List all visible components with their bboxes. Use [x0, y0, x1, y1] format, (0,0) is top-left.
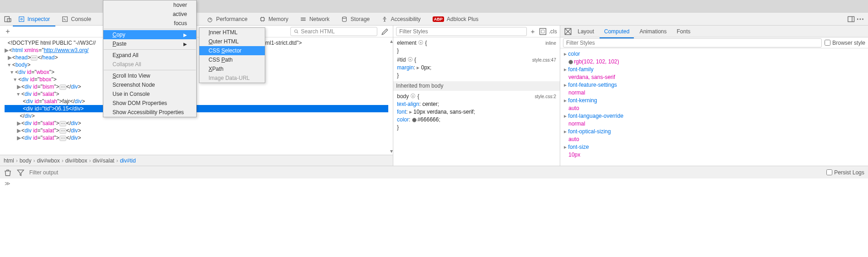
svg-rect-2 [19, 16, 24, 21]
element-selector[interactable]: element [397, 40, 417, 46]
add-element-icon[interactable]: + [4, 27, 12, 36]
font-prop[interactable]: font [397, 109, 406, 115]
pseudo-class-icon[interactable] [539, 27, 547, 36]
console-prompt[interactable]: ≫ [0, 178, 868, 189]
clear-console-icon[interactable] [4, 168, 12, 177]
filter-styles-input[interactable] [396, 27, 527, 36]
persist-logs-checkbox[interactable]: Persist Logs [826, 169, 864, 176]
computed-tab-animations[interactable]: Animations [635, 26, 671, 37]
add-rule-icon[interactable]: + [529, 27, 537, 36]
responsive-design-icon[interactable] [4, 15, 12, 23]
scroll-down-icon[interactable]: ▾ [390, 147, 393, 155]
tab-console[interactable]: Console [56, 14, 96, 24]
submenu-css-path[interactable]: CSS Path [199, 55, 265, 64]
tab-adblock-label: Adblock Plus [447, 16, 478, 22]
menu-paste[interactable]: Paste▶ [103, 39, 196, 48]
svg-rect-4 [63, 16, 68, 21]
tab-inspector[interactable]: Inspector [13, 14, 55, 24]
comp-color-swatch [568, 60, 573, 64]
color-swatch-icon[interactable] [412, 118, 417, 122]
tab-adblock[interactable]: ABP Adblock Plus [427, 14, 484, 24]
tab-storage[interactable]: Storage [336, 14, 375, 24]
crumb-bbox[interactable]: div#bbox [65, 157, 87, 164]
crumb-tid[interactable]: div#tid [120, 157, 136, 164]
layout-box-icon[interactable] [564, 27, 572, 36]
tab-performance-label: Performance [216, 16, 247, 22]
computed-filter-input[interactable] [563, 38, 822, 47]
comp-font-family[interactable]: font-family [568, 66, 593, 73]
comp-color[interactable]: color [568, 51, 580, 57]
tab-network[interactable]: Network [295, 14, 335, 24]
edit-html-icon[interactable] [381, 27, 389, 36]
svg-point-12 [862, 18, 863, 20]
tid-source[interactable]: style.css:47 [532, 56, 556, 64]
crumb-salat[interactable]: div#salat [93, 157, 114, 164]
computed-tab-fonts[interactable]: Fonts [672, 26, 695, 37]
text-align-val[interactable]: center [422, 101, 437, 107]
menu-expand-all[interactable]: Expand All [103, 51, 196, 60]
body-selector[interactable]: body [397, 93, 409, 100]
submenu-css-selector[interactable]: CSS Selector [199, 46, 265, 55]
styles-body: inlineelement ⦿ { } style.css:47#tid ⦿ {… [393, 37, 560, 166]
text-align-prop[interactable]: text-align [397, 101, 419, 107]
submenu-xpath[interactable]: XPath [199, 64, 265, 73]
inherited-from-body: Inherited from body [393, 81, 560, 91]
comp-font-lang[interactable]: font-language-override [568, 113, 623, 119]
search-icon [294, 29, 299, 34]
cls-toggle[interactable]: .cls [549, 28, 557, 35]
crumb-wbox[interactable]: div#wbox [37, 157, 60, 164]
console-filter-input[interactable] [29, 169, 822, 176]
menu-scroll-into-view[interactable]: Scroll Into View [103, 71, 196, 80]
search-placeholder: Search HTML [301, 28, 335, 35]
breadcrumb-bar: html› body› div#wbox› div#bbox› div#sala… [0, 155, 393, 166]
filter-icon[interactable] [16, 168, 25, 177]
more-menu-icon[interactable] [856, 15, 864, 23]
tab-inspector-label: Inspector [27, 16, 50, 22]
menu-copy[interactable]: Copy▶ [103, 30, 196, 39]
menu-active[interactable]: active [103, 10, 196, 19]
svg-point-7 [343, 16, 347, 18]
salat-element-4[interactable]: ▶<div id="salat">⋯</div> [5, 134, 388, 142]
color-prop[interactable]: color [397, 116, 409, 123]
dock-side-icon[interactable] [847, 15, 855, 23]
menu-show-dom[interactable]: Show DOM Properties [103, 99, 196, 108]
search-html-input[interactable]: Search HTML [290, 27, 377, 36]
crumb-body[interactable]: body [20, 157, 32, 164]
margin-prop[interactable]: margin [397, 64, 414, 71]
menu-use-in-console[interactable]: Use in Console [103, 89, 196, 99]
computed-tab-computed[interactable]: Computed [600, 26, 634, 37]
salat-element-2[interactable]: ▶<div id="salat">⋯</div> [5, 120, 388, 127]
svg-point-3 [21, 18, 22, 20]
menu-focus[interactable]: focus [103, 19, 196, 28]
svg-point-11 [860, 18, 861, 20]
svg-point-10 [857, 18, 858, 20]
submenu-outer-html[interactable]: Outer HTML [199, 37, 265, 46]
menu-hover[interactable]: hover [103, 0, 196, 10]
tab-memory[interactable]: Memory [254, 14, 294, 24]
tab-accessibility[interactable]: Accessibility [376, 14, 426, 24]
margin-val[interactable]: 0px [421, 64, 430, 71]
styles-header: + .cls [393, 26, 560, 37]
tab-performance[interactable]: Performance [201, 14, 253, 24]
browser-styles-checkbox[interactable]: Browser style [825, 40, 865, 46]
tab-accessibility-label: Accessibility [391, 16, 420, 22]
menu-screenshot[interactable]: Screenshot Node [103, 80, 196, 89]
menu-show-a11y[interactable]: Show Accessibility Properties [103, 108, 196, 117]
submenu-inner-html[interactable]: Inner HTML [199, 28, 265, 37]
salat-element-3[interactable]: ▶<div id="salat">⋯</div> [5, 127, 388, 134]
comp-font-size[interactable]: font-size [568, 144, 589, 150]
comp-font-feature[interactable]: font-feature-settings [568, 82, 617, 88]
comp-font-optical[interactable]: font-optical-sizing [568, 128, 611, 135]
computed-tab-layout[interactable]: Layout [573, 26, 599, 37]
console-toolbar: Persist Logs [0, 166, 868, 178]
scroll-up-icon[interactable]: ▴ [390, 37, 393, 45]
computed-panel: Layout Computed Animations Fonts Browser… [560, 26, 868, 166]
color-val[interactable]: #666666 [418, 116, 439, 123]
body-source[interactable]: style.css:2 [535, 93, 556, 100]
svg-rect-6 [261, 17, 264, 21]
comp-font-kerning[interactable]: font-kerning [568, 97, 597, 104]
crumb-html[interactable]: html [4, 157, 14, 164]
font-val[interactable]: 10px verdana, sans-serif [413, 109, 473, 115]
copy-submenu: Inner HTML Outer HTML CSS Selector CSS P… [199, 27, 265, 83]
tid-selector[interactable]: #tid [397, 57, 406, 63]
